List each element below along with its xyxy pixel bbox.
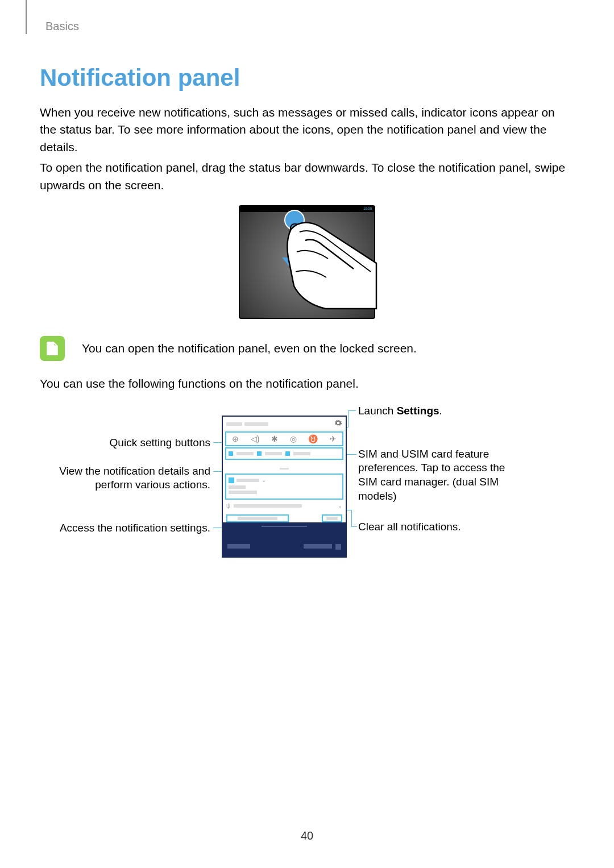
clear-all-button bbox=[322, 514, 342, 522]
airplane-icon: ✈ bbox=[330, 434, 337, 443]
header-divider bbox=[26, 0, 27, 34]
chevron-down-icon: ⌄ bbox=[338, 502, 342, 509]
sim-row bbox=[225, 447, 343, 460]
sim-icon bbox=[285, 451, 290, 456]
intro-paragraph-1: When you receive new notifications, such… bbox=[40, 104, 574, 156]
flashlight-icon: ♉ bbox=[308, 434, 318, 443]
callout-text-line: View the notification details and bbox=[59, 465, 210, 477]
panel-dark-area bbox=[223, 522, 346, 556]
sim-icon bbox=[257, 451, 262, 456]
callout-line bbox=[348, 410, 356, 411]
callout-text-strong: Settings bbox=[397, 405, 439, 417]
callout-text: Launch bbox=[358, 405, 397, 417]
notification-settings-button bbox=[226, 514, 289, 522]
callout-sim-manager: SIM and USIM card feature preferences. T… bbox=[358, 447, 529, 504]
callout-text-line: models) bbox=[358, 490, 397, 502]
callout-launch-settings: Launch Settings. bbox=[358, 404, 442, 418]
placeholder-icon bbox=[335, 544, 341, 550]
placeholder-bar bbox=[229, 491, 257, 494]
page-number: 40 bbox=[301, 829, 313, 842]
chevron-down-icon: ⌄ bbox=[262, 477, 266, 483]
placeholder-bar bbox=[265, 452, 282, 455]
note-text: You can open the notification panel, eve… bbox=[82, 342, 417, 355]
callout-text-line: SIM and USIM card feature bbox=[358, 448, 489, 460]
home-indicator bbox=[262, 526, 307, 527]
callout-line bbox=[351, 526, 357, 527]
page-title: Notification panel bbox=[40, 64, 574, 92]
placeholder-bar bbox=[227, 544, 250, 549]
app-icon bbox=[229, 477, 234, 483]
panel-diagram: Quick setting buttons View the notificat… bbox=[57, 404, 557, 569]
bluetooth-icon: ✱ bbox=[271, 434, 278, 443]
callout-clear-all: Clear all notifications. bbox=[358, 520, 461, 534]
wifi-icon: ⊕ bbox=[232, 434, 239, 443]
callout-text-line: SIM card manager. (dual SIM bbox=[358, 476, 499, 488]
callout-notification-settings: Access the notification settings. bbox=[60, 521, 210, 535]
note-icon bbox=[40, 336, 65, 361]
breadcrumb: Basics bbox=[45, 20, 574, 33]
sim-icon bbox=[229, 451, 233, 456]
intro-paragraph-2: To open the notification panel, drag the… bbox=[40, 159, 574, 194]
usb-icon: ψ bbox=[226, 502, 230, 509]
functions-intro: You can use the following functions on t… bbox=[40, 375, 574, 392]
note-callout: You can open the notification panel, eve… bbox=[40, 336, 574, 361]
hand-icon bbox=[285, 206, 382, 320]
quick-settings-row: ⊕ ◁) ✱ ◎ ♉ ✈ bbox=[225, 431, 343, 446]
sound-icon: ◁) bbox=[251, 434, 260, 443]
rotate-icon: ◎ bbox=[290, 434, 297, 443]
callout-text-line: perform various actions. bbox=[95, 479, 210, 491]
callout-text: . bbox=[439, 405, 442, 417]
callout-text-line: preferences. Tap to access the bbox=[358, 462, 505, 474]
callout-line bbox=[351, 510, 352, 526]
notification-panel-mock: ⊕ ◁) ✱ ◎ ♉ ✈ ⌄ bbox=[222, 416, 347, 558]
manual-page: Basics Notification panel When you recei… bbox=[0, 0, 614, 868]
panel-header bbox=[223, 417, 346, 430]
callout-line bbox=[348, 410, 349, 427]
swipe-down-illustration: 10:00 bbox=[239, 205, 375, 319]
placeholder-bar bbox=[237, 479, 259, 482]
placeholder-bar bbox=[293, 452, 310, 455]
callout-view-details: View the notification details and perfor… bbox=[59, 464, 210, 492]
placeholder-bar bbox=[304, 544, 332, 549]
placeholder-bar bbox=[234, 504, 302, 508]
notification-card: ⌄ bbox=[225, 474, 343, 500]
placeholder-bar bbox=[237, 452, 254, 455]
placeholder-bar bbox=[229, 485, 246, 489]
gear-icon bbox=[334, 419, 342, 427]
callout-quick-settings: Quick setting buttons bbox=[110, 436, 210, 450]
drag-handle bbox=[223, 461, 346, 472]
notification-row: ψ ⌄ bbox=[223, 501, 346, 511]
